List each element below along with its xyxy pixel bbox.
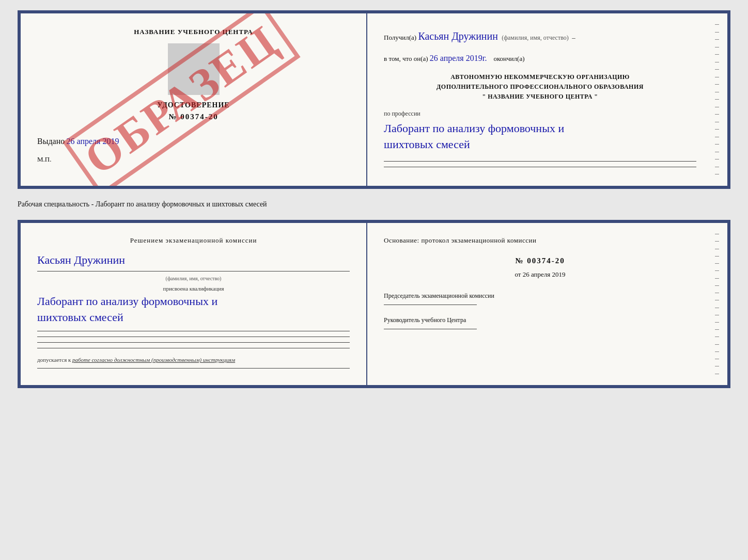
tick — [715, 152, 719, 152]
tick — [715, 137, 719, 137]
profession-handwritten-2: шихтовых смесей — [384, 137, 696, 153]
in-that-label: в том, что он(а) — [384, 55, 428, 62]
tick — [715, 366, 719, 366]
tick — [715, 300, 719, 300]
tick — [715, 293, 719, 293]
photo-placeholder — [168, 43, 220, 95]
tick — [715, 159, 719, 159]
qual-handwritten-1: Лаборант по анализу формовочных и — [37, 294, 350, 310]
tick — [715, 263, 719, 264]
side-ticks-bottom — [713, 223, 727, 385]
protocol-date-value: 26 апреля 2019 — [523, 270, 566, 278]
tick — [715, 285, 719, 286]
bottom-fio-hint: (фамилия, имя, отчество) — [37, 276, 350, 281]
bottom-name-handwritten: Касьян Дружинин — [37, 253, 125, 266]
bottom-cert-left: Решением экзаменационной комиссии Касьян… — [21, 223, 367, 385]
tick — [715, 241, 719, 242]
tick — [715, 322, 719, 323]
tick — [715, 69, 719, 70]
allows-text: работе согласно должностным (производств… — [72, 357, 235, 363]
date-prefix: от — [515, 270, 521, 278]
side-ticks-top — [713, 13, 727, 186]
org-line2: ДОПОЛНИТЕЛЬНОГО ПРОФЕССИОНАЛЬНОГО ОБРАЗО… — [384, 82, 696, 92]
allows-label: допускается к — [37, 357, 71, 363]
head-label: Руководитель учебного Центра — [384, 315, 696, 325]
tick — [715, 249, 719, 249]
protocol-date: от 26 апреля 2019 — [384, 270, 696, 279]
tick — [715, 167, 719, 167]
tick — [715, 174, 719, 174]
basis-label: Основание: протокол экзаменационной коми… — [384, 235, 696, 246]
tick — [715, 129, 719, 130]
protocol-number: № 00374-20 — [384, 257, 696, 265]
received-row: Получил(а) Касьян Дружинин (фамилия, имя… — [384, 28, 696, 44]
tick — [715, 92, 719, 92]
finished-label: окончил(а) — [493, 55, 524, 62]
chairman-block: Председатель экзаменационной комиссии — [384, 291, 696, 305]
cert-center-title: НАЗВАНИЕ УЧЕБНОГО ЦЕНТРА — [37, 28, 350, 36]
cert-label: УДОСТОВЕРЕНИЕ — [37, 101, 350, 109]
qual-handwritten-2: шихтовых смесей — [37, 310, 350, 326]
profession-label: по профессии — [384, 109, 696, 119]
tick — [715, 329, 719, 330]
profession-section: по профессии Лаборант по анализу формово… — [384, 109, 696, 153]
org-line3: " НАЗВАНИЕ УЧЕБНОГО ЦЕНТРА " — [384, 92, 696, 102]
chairman-sig-line — [384, 305, 477, 305]
org-block: АВТОНОМНУЮ НЕКОММЕРЧЕСКУЮ ОРГАНИЗАЦИЮ ДО… — [384, 72, 696, 102]
tick — [715, 114, 719, 115]
mp-label: М.П. — [37, 155, 350, 164]
top-document: НАЗВАНИЕ УЧЕБНОГО ЦЕНТРА УДОСТОВЕРЕНИЕ №… — [18, 10, 730, 189]
tick — [715, 234, 719, 234]
bottom-cert-right: Основание: протокол экзаменационной коми… — [367, 223, 713, 385]
allows-block: допускается к работе согласно должностны… — [37, 357, 350, 363]
tick — [715, 54, 719, 55]
date-handwritten: 26 апреля 2019г. — [430, 54, 487, 62]
tick — [715, 359, 719, 359]
tick — [715, 270, 719, 271]
commission-header: Решением экзаменационной комиссии — [37, 235, 350, 246]
tick — [715, 122, 719, 122]
tick — [715, 24, 719, 25]
name-block: Касьян Дружинин (фамилия, имя, отчество) — [37, 253, 350, 281]
qual-label: присвоена квалификация — [37, 285, 350, 292]
top-cert-right: Получил(а) Касьян Дружинин (фамилия, имя… — [367, 13, 713, 186]
tick — [715, 62, 719, 62]
tick — [715, 84, 719, 85]
tick — [715, 337, 719, 337]
tick — [715, 344, 719, 345]
tick — [715, 351, 719, 352]
tick — [715, 278, 719, 279]
specialty-line: Рабочая специальность - Лаборант по анал… — [18, 198, 730, 211]
org-line1: АВТОНОМНУЮ НЕКОММЕРЧЕСКУЮ ОРГАНИЗАЦИЮ — [384, 72, 696, 82]
cert-issued-row: Выдано 26 апреля 2019 — [37, 137, 350, 146]
bottom-document: Решением экзаменационной комиссии Касьян… — [18, 220, 730, 388]
tick — [715, 32, 719, 33]
issued-date-handwritten: 26 апреля 2019 — [66, 137, 119, 146]
received-name: Касьян Дружинин — [418, 30, 498, 42]
tick — [715, 99, 719, 100]
fio-hint-top: (фамилия, имя, отчество) — [502, 34, 568, 41]
tick — [715, 256, 719, 257]
head-sig-line — [384, 329, 477, 329]
tick — [715, 77, 719, 77]
profession-handwritten-1: Лаборант по анализу формовочных и — [384, 121, 696, 137]
tick — [715, 144, 719, 145]
tick — [715, 374, 719, 374]
chairman-label: Председатель экзаменационной комиссии — [384, 291, 696, 300]
issued-label: Выдано — [37, 137, 65, 146]
tick — [715, 315, 719, 315]
top-cert-left: НАЗВАНИЕ УЧЕБНОГО ЦЕНТРА УДОСТОВЕРЕНИЕ №… — [21, 13, 367, 186]
tick — [715, 39, 719, 40]
cert-number: № 00374-20 — [37, 113, 350, 121]
bottom-lines — [384, 161, 696, 167]
head-block: Руководитель учебного Центра — [384, 315, 696, 329]
tick — [715, 107, 719, 107]
tick — [715, 308, 719, 308]
received-label: Получил(а) — [384, 34, 416, 41]
tick — [715, 47, 719, 47]
in-that-row: в том, что он(а) 26 апреля 2019г. окончи… — [384, 52, 696, 65]
